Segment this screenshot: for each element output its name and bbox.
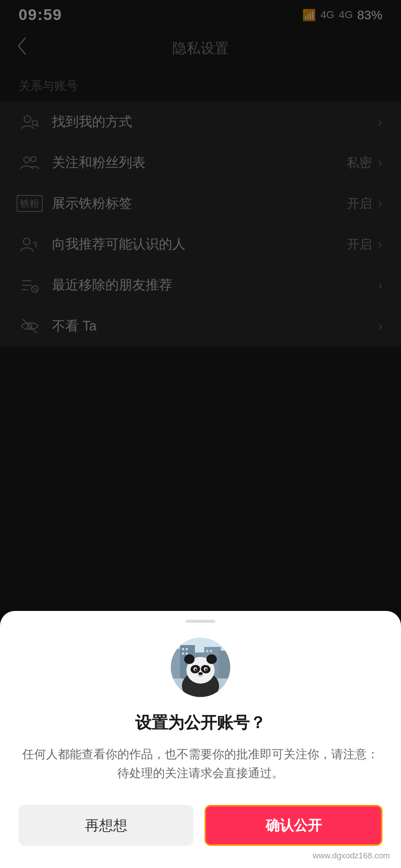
svg-rect-23	[182, 652, 184, 655]
svg-point-37	[198, 672, 203, 675]
confirm-button[interactable]: 确认公开	[205, 805, 382, 846]
svg-rect-24	[186, 652, 188, 655]
cancel-button[interactable]: 再想想	[19, 805, 193, 846]
svg-rect-22	[186, 648, 188, 650]
svg-rect-26	[210, 650, 212, 652]
svg-point-29	[184, 654, 195, 664]
svg-rect-25	[206, 650, 208, 652]
avatar-container	[0, 638, 401, 697]
sheet-description: 任何人都能查看你的作品，也不需要你的批准即可关注你，请注意：待处理的关注请求会直…	[0, 745, 401, 783]
sheet-title: 设置为公开账号？	[0, 712, 401, 734]
svg-point-30	[206, 654, 217, 664]
svg-point-35	[195, 668, 197, 671]
sheet-handle	[186, 620, 215, 623]
svg-rect-21	[182, 648, 184, 650]
bottom-sheet: 设置为公开账号？ 任何人都能查看你的作品，也不需要你的批准即可关注你，请注意：待…	[0, 611, 401, 868]
user-avatar	[171, 638, 230, 697]
watermark: www.dgxodz168.com	[313, 851, 390, 861]
svg-rect-20	[219, 651, 230, 678]
svg-point-36	[205, 668, 207, 671]
sheet-buttons: 再想想 确认公开	[0, 805, 401, 846]
